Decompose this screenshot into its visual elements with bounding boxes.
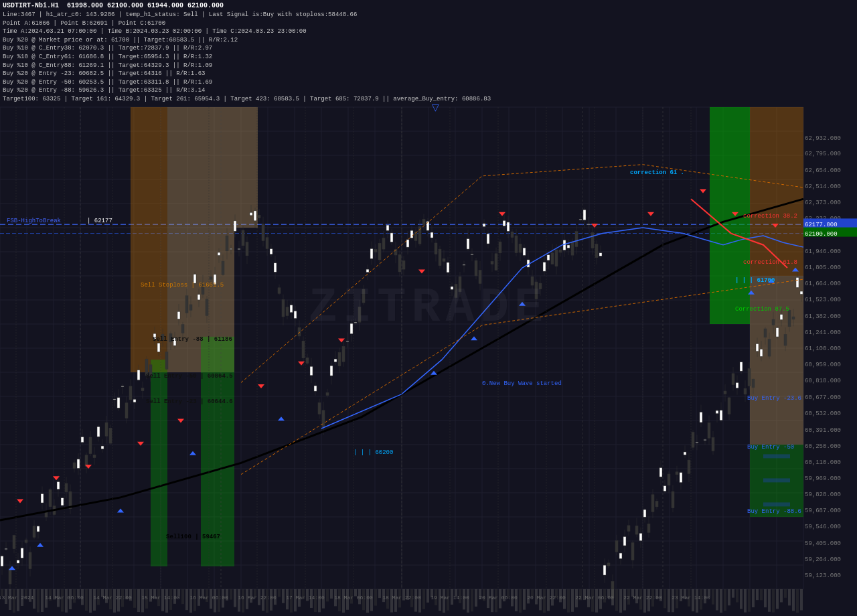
time-line: Time A:2024.03.21 07:00:00 | Time B:2024…: [3, 27, 491, 36]
targets-line: Target100: 63325 | Target 161: 64329.3 |…: [3, 95, 491, 104]
chart-info-panel: USDTIRT-Nbi.H1 61998.000 62100.000 61944…: [3, 1, 491, 104]
chart-title: USDTIRT-Nbi.H1 61998.000 62100.000 61944…: [3, 1, 491, 11]
buy-10-c61-line: Buy %10 @ C_Entry61: 61686.8 || Target:6…: [3, 53, 491, 62]
buy-20-50-line: Buy %20 @ Entry -50: 60253.5 || Target:6…: [3, 78, 491, 87]
buy-20-23-line: Buy %20 @ Entry -23: 60682.5 || Target:6…: [3, 70, 491, 78]
buy-10-c88-line: Buy %10 @ C_Entry88: 61269.1 || Target:6…: [3, 62, 491, 70]
indicator-line: Line:3467 | h1_atr_c0: 143.9286 | temp_h…: [3, 11, 491, 19]
points-line: Point A:61066 | Point B:62691 | Point C:…: [3, 19, 491, 28]
buy-10-c38-line: Buy %10 @ C_Entry38: 62070.3 || Target:7…: [3, 44, 491, 53]
chart-container: USDTIRT-Nbi.H1 61998.000 62100.000 61944…: [0, 0, 857, 616]
buy-20-88-line: Buy %20 @ Entry -88: 59626.3 || Target:6…: [3, 86, 491, 95]
buy-market-line: Buy %20 @ Market price or at: 61700 || T…: [3, 36, 491, 45]
